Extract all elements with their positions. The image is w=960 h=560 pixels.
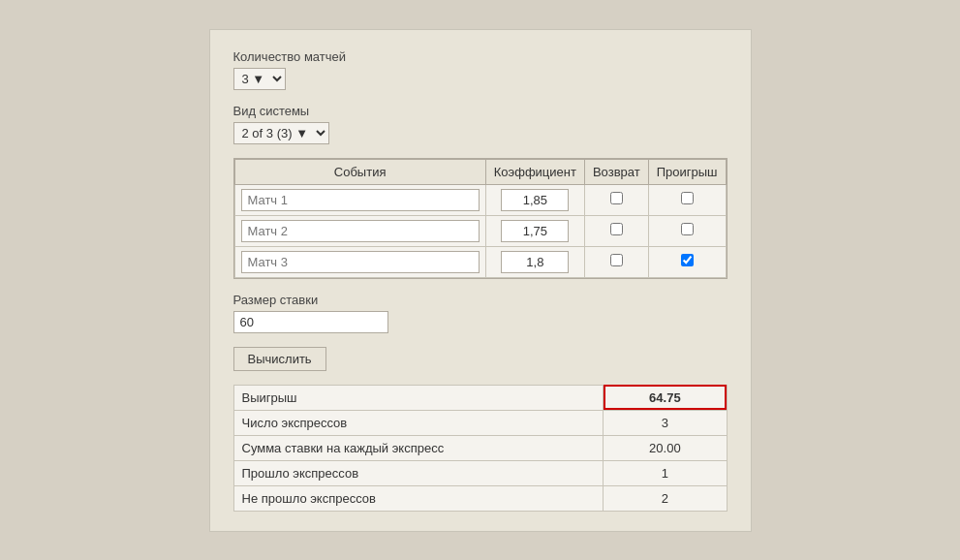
return-checkbox-2[interactable] bbox=[610, 223, 623, 235]
return-cell bbox=[584, 246, 648, 277]
loss-checkbox-3[interactable] bbox=[681, 254, 694, 266]
result-label: Число экспрессов bbox=[233, 410, 604, 435]
system-type-select[interactable]: 2 of 3 (3) ▼ bbox=[233, 122, 329, 144]
result-value: 64.75 bbox=[604, 385, 727, 410]
match-input-3[interactable] bbox=[241, 251, 480, 273]
loss-checkbox-2[interactable] bbox=[681, 223, 694, 235]
coefficient-cell bbox=[485, 215, 584, 246]
matches-count-group: Количество матчей 3 ▼ bbox=[233, 49, 728, 90]
result-value: 1 bbox=[604, 460, 727, 485]
system-type-label: Вид системы bbox=[233, 104, 728, 118]
loss-checkbox-1[interactable] bbox=[681, 192, 694, 204]
matches-count-select[interactable]: 3 ▼ bbox=[233, 68, 286, 90]
stake-input[interactable] bbox=[233, 311, 388, 333]
col-return: Возврат bbox=[584, 159, 648, 184]
calculator-panel: Количество матчей 3 ▼ Вид системы 2 of 3… bbox=[209, 29, 752, 532]
table-row bbox=[234, 184, 726, 215]
matches-count-label: Количество матчей bbox=[233, 49, 728, 64]
result-row: Сумма ставки на каждый экспресс 20.00 bbox=[233, 435, 727, 460]
match-name-cell bbox=[234, 184, 485, 215]
loss-cell bbox=[648, 215, 726, 246]
stake-label: Размер ставки bbox=[233, 293, 728, 307]
result-label: Не прошло экспрессов bbox=[233, 485, 604, 511]
coeff-input-2[interactable] bbox=[501, 220, 569, 242]
match-input-2[interactable] bbox=[241, 220, 480, 242]
result-value: 2 bbox=[604, 485, 727, 511]
return-checkbox-1[interactable] bbox=[610, 192, 623, 204]
result-row: Не прошло экспрессов 2 bbox=[233, 485, 727, 511]
match-name-cell bbox=[234, 215, 485, 246]
coeff-input-1[interactable] bbox=[501, 189, 569, 211]
return-cell bbox=[584, 215, 648, 246]
result-row: Прошло экспрессов 1 bbox=[233, 460, 727, 485]
loss-cell bbox=[648, 184, 726, 215]
col-loss: Проигрыш bbox=[648, 159, 726, 184]
system-type-group: Вид системы 2 of 3 (3) ▼ bbox=[233, 104, 728, 144]
loss-cell bbox=[648, 246, 726, 277]
match-name-cell bbox=[234, 246, 485, 277]
table-row bbox=[234, 215, 726, 246]
result-label: Прошло экспрессов bbox=[233, 460, 604, 485]
return-cell bbox=[584, 184, 648, 215]
result-label: Выигрыш bbox=[233, 385, 604, 410]
col-coefficient: Коэффициент bbox=[485, 159, 584, 184]
coefficient-cell bbox=[485, 246, 584, 277]
calc-button-group: Вычислить bbox=[233, 347, 728, 371]
coefficient-cell bbox=[485, 184, 584, 215]
match-input-1[interactable] bbox=[241, 189, 480, 211]
return-checkbox-3[interactable] bbox=[610, 254, 623, 266]
results-table: Выигрыш 64.75 Число экспрессов 3 Сумма с… bbox=[233, 385, 728, 512]
result-value: 20.00 bbox=[604, 435, 727, 460]
calc-button[interactable]: Вычислить bbox=[233, 347, 326, 371]
col-events: События bbox=[234, 159, 485, 184]
result-row: Число экспрессов 3 bbox=[233, 410, 727, 435]
matches-table-container: События Коэффициент Возврат Проигрыш bbox=[233, 158, 728, 279]
result-label: Сумма ставки на каждый экспресс bbox=[233, 435, 604, 460]
result-row: Выигрыш 64.75 bbox=[233, 385, 727, 410]
coeff-input-3[interactable] bbox=[501, 251, 569, 273]
result-value: 3 bbox=[604, 410, 727, 435]
stake-group: Размер ставки bbox=[233, 293, 728, 333]
matches-table: События Коэффициент Возврат Проигрыш bbox=[234, 159, 727, 278]
table-row bbox=[234, 246, 726, 277]
